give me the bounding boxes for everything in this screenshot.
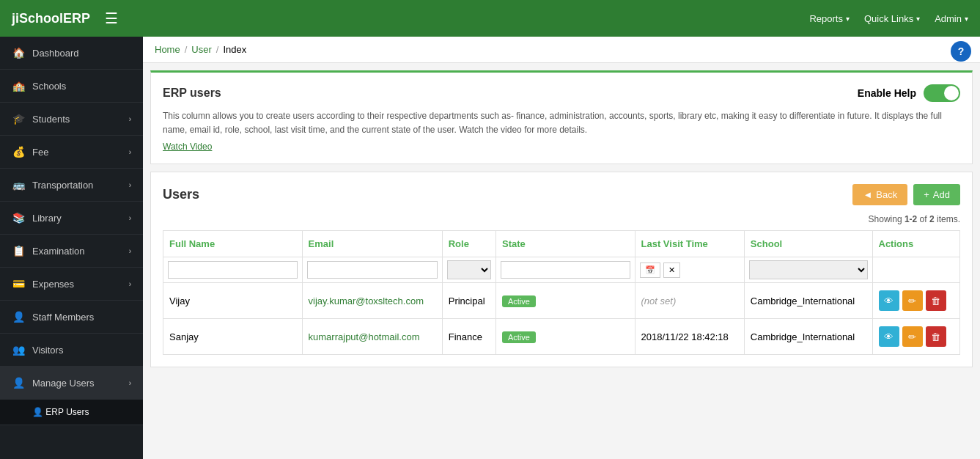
help-card: ERP users Enable Help This column allows… (150, 70, 973, 164)
sidebar-item-library[interactable]: 📚 Library › (0, 202, 143, 235)
action-buttons: 👁 ✏ 🗑 (879, 326, 954, 347)
email-link[interactable]: vijay.kumar@toxsltech.com (309, 295, 424, 306)
table-row: Vijay vijay.kumar@toxsltech.com Principa… (163, 283, 960, 319)
navbar: jiSchoolERP ☰ Reports Quick Links Admin (0, 0, 980, 37)
filter-role[interactable] (447, 260, 491, 279)
col-full-name: Full Name (163, 231, 303, 257)
main-content: Home / User / Index ? ERP users Enable H… (143, 37, 980, 459)
status-badge: Active (502, 295, 536, 307)
schools-icon: 🏫 (12, 80, 25, 92)
edit-button[interactable]: ✏ (902, 290, 923, 311)
help-description: This column allows you to create users a… (163, 109, 960, 137)
transportation-icon: 🚌 (12, 179, 25, 191)
hamburger-icon[interactable]: ☰ (105, 10, 118, 27)
chevron-icon: › (129, 280, 131, 288)
col-school: School (744, 231, 872, 257)
email-link[interactable]: kumarrajput@hotmail.com (309, 331, 420, 342)
sidebar-sub-manage-users: 👤 ERP Users (0, 400, 143, 425)
sidebar-item-fee[interactable]: 💰 Fee › (0, 136, 143, 169)
visitors-icon: 👥 (12, 344, 25, 356)
users-table: Full Name Email Role State Last Visit Ti… (163, 230, 960, 355)
col-email: Email (302, 231, 442, 257)
table-header-row: Full Name Email Role State Last Visit Ti… (163, 231, 960, 257)
enable-help-toggle[interactable] (924, 84, 960, 102)
add-button[interactable]: + Add (913, 184, 960, 205)
cell-state: Active (495, 283, 635, 319)
filter-state[interactable] (501, 261, 630, 279)
sidebar-item-expenses[interactable]: 💳 Expenses › (0, 268, 143, 301)
chevron-icon: › (129, 214, 131, 222)
table-row: Sanjay kumarrajput@hotmail.com Finance A… (163, 319, 960, 355)
breadcrumb-home[interactable]: Home (155, 44, 180, 55)
cell-last-visit: (not set) (635, 283, 744, 319)
cell-email: vijay.kumar@toxsltech.com (302, 283, 442, 319)
sidebar-item-visitors[interactable]: 👥 Visitors (0, 334, 143, 367)
nav-quick-links[interactable]: Quick Links (864, 13, 920, 24)
showing-range: 1-2 (905, 214, 917, 224)
examination-icon: 📋 (12, 245, 25, 257)
cell-full-name: Sanjay (163, 319, 303, 355)
date-clear-btn[interactable]: ✕ (663, 262, 680, 278)
delete-button[interactable]: 🗑 (926, 326, 946, 347)
sidebar-sub-item-erp-users[interactable]: 👤 ERP Users (0, 400, 143, 425)
filter-full-name[interactable] (168, 261, 298, 279)
sidebar-item-label: Transportation (32, 180, 93, 191)
view-button[interactable]: 👁 (879, 326, 899, 347)
sidebar-item-label: Visitors (32, 345, 63, 356)
cell-actions: 👁 ✏ 🗑 (872, 283, 960, 319)
sidebar-item-label: Schools (32, 81, 66, 92)
sidebar-item-label: Examination (32, 246, 85, 257)
showing-count: 2 (929, 214, 935, 224)
sidebar-item-label: Students (32, 114, 70, 125)
sidebar-item-dashboard[interactable]: 🏠 Dashboard (0, 37, 143, 70)
back-arrow-icon: ◄ (863, 189, 872, 200)
back-button[interactable]: ◄ Back (852, 184, 907, 205)
chevron-icon: › (129, 148, 131, 156)
filter-email[interactable] (307, 261, 438, 279)
nav-admin[interactable]: Admin (935, 13, 968, 24)
cell-actions: 👁 ✏ 🗑 (872, 319, 960, 355)
filter-school[interactable] (749, 260, 868, 279)
users-section-title: Users (163, 187, 199, 202)
breadcrumb: Home / User / Index ? (143, 37, 980, 63)
edit-button[interactable]: ✏ (902, 326, 923, 347)
sidebar-item-manage-users[interactable]: 👤 Manage Users › (0, 367, 143, 400)
cell-state: Active (495, 319, 635, 355)
cell-school: Cambridge_International (744, 283, 872, 319)
users-action-buttons: ◄ Back + Add (852, 184, 960, 205)
cell-role: Principal (442, 283, 495, 319)
sidebar-item-label: Dashboard (32, 48, 79, 59)
chevron-icon: › (129, 181, 131, 189)
enable-help-label: Enable Help (858, 87, 916, 99)
chevron-icon: › (129, 379, 131, 387)
col-actions: Actions (872, 231, 960, 257)
delete-button[interactable]: 🗑 (926, 290, 946, 311)
users-section: Users ◄ Back + Add Showing 1-2 of 2 (150, 172, 973, 367)
view-button[interactable]: 👁 (879, 290, 899, 311)
nav-reports[interactable]: Reports (809, 13, 850, 24)
sidebar-item-transportation[interactable]: 🚌 Transportation › (0, 169, 143, 202)
help-card-title: ERP users (163, 87, 221, 100)
staff-icon: 👤 (12, 311, 25, 323)
sidebar-item-students[interactable]: 🎓 Students › (0, 103, 143, 136)
watch-video-link[interactable]: Watch Video (163, 142, 212, 152)
sidebar-item-staff-members[interactable]: 👤 Staff Members (0, 301, 143, 334)
sidebar-item-schools[interactable]: 🏫 Schools (0, 70, 143, 103)
chevron-icon: › (129, 115, 131, 123)
sidebar-item-label: Expenses (32, 279, 74, 290)
date-calendar-btn[interactable]: 📅 (640, 262, 660, 278)
students-icon: 🎓 (12, 113, 25, 125)
breadcrumb-user[interactable]: User (191, 44, 211, 55)
sidebar-item-examination[interactable]: 📋 Examination › (0, 235, 143, 268)
col-state: State (495, 231, 635, 257)
sidebar: 🏠 Dashboard 🏫 Schools 🎓 Students › 💰 Fee… (0, 37, 143, 459)
cell-full-name: Vijay (163, 283, 303, 319)
expenses-icon: 💳 (12, 278, 25, 290)
help-circle-button[interactable]: ? (951, 41, 971, 62)
dashboard-icon: 🏠 (12, 47, 25, 59)
table-filter-row: 📅 ✕ (163, 257, 960, 283)
cell-email: kumarrajput@hotmail.com (302, 319, 442, 355)
cell-role: Finance (442, 319, 495, 355)
col-last-visit-time: Last Visit Time (635, 231, 744, 257)
sidebar-item-label: Staff Members (32, 312, 94, 323)
